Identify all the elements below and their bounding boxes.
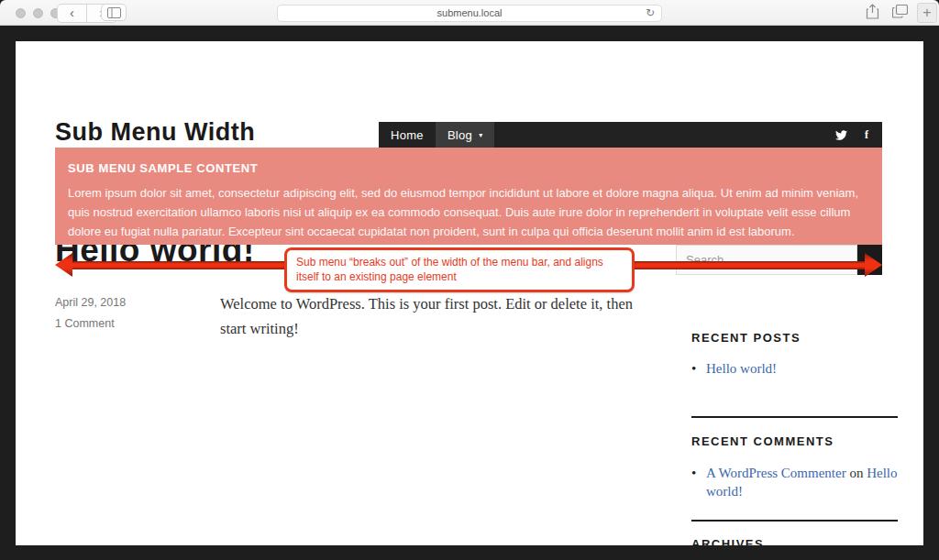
- window-controls: [16, 8, 61, 18]
- close-window-button[interactable]: [16, 8, 26, 18]
- archives-heading: ARCHIVES: [691, 537, 764, 545]
- twitter-icon[interactable]: [835, 130, 847, 140]
- recent-comments-heading: RECENT COMMENTS: [691, 434, 834, 448]
- list-item: Hello world!: [691, 359, 777, 378]
- annotation-callout: Sub menu “breaks out” of the width of th…: [284, 247, 635, 292]
- recent-comments-list: A WordPress Commenter on Hello world!: [691, 464, 923, 500]
- new-tab-button[interactable]: +: [917, 3, 937, 23]
- nav-item-home[interactable]: Home: [379, 122, 436, 148]
- post-date[interactable]: April 29, 2018: [55, 296, 126, 309]
- browser-toolbar: ‹ › submenu.local ↻ +: [0, 0, 939, 26]
- back-button[interactable]: ‹: [58, 5, 87, 22]
- facebook-icon[interactable]: f: [865, 128, 868, 142]
- submenu-body-text: Lorem ipsum dolor sit amet, consectetur …: [68, 183, 869, 241]
- nav-item-blog[interactable]: Blog ▾: [436, 122, 495, 148]
- post-comment-count[interactable]: 1 Comment: [55, 317, 115, 330]
- toolbar-right-group: [866, 4, 908, 19]
- chevron-down-icon: ▾: [479, 131, 482, 139]
- sidebar-divider: [691, 520, 898, 522]
- comment-author-link[interactable]: A WordPress Commenter: [706, 466, 846, 480]
- sidebar-toggle-button[interactable]: [101, 4, 127, 21]
- webpage: Sub Menu Width Home Blog ▾ f SUB MENU SA…: [16, 41, 923, 545]
- browser-viewport: Sub Menu Width Home Blog ▾ f SUB MENU SA…: [0, 26, 939, 560]
- tab-overview-icon[interactable]: [892, 5, 908, 18]
- share-icon[interactable]: [866, 4, 879, 19]
- main-nav-bar: Home Blog ▾ f: [379, 122, 882, 148]
- plus-icon: +: [922, 5, 931, 20]
- recent-post-link[interactable]: Hello world!: [706, 361, 777, 376]
- recent-posts-heading: RECENT POSTS: [691, 331, 801, 345]
- list-item: A WordPress Commenter on Hello world!: [691, 464, 923, 500]
- address-bar[interactable]: submenu.local ↻: [277, 5, 662, 22]
- back-icon: ‹: [70, 5, 74, 20]
- submenu-breakout-panel: SUB MENU SAMPLE CONTENT Lorem ipsum dolo…: [55, 148, 882, 245]
- reload-icon[interactable]: ↻: [646, 5, 655, 21]
- annotation-text: Sub menu “breaks out” of the width of th…: [296, 256, 603, 283]
- submenu-heading: SUB MENU SAMPLE CONTENT: [68, 161, 869, 175]
- url-text: submenu.local: [437, 7, 503, 18]
- social-links: f: [835, 122, 882, 148]
- recent-posts-list: Hello world!: [691, 359, 777, 378]
- sidebar-divider: [691, 416, 898, 418]
- browser-window: ‹ › submenu.local ↻ + Sub Menu Width Hom…: [0, 0, 939, 560]
- sidebar-icon: [107, 7, 121, 18]
- nav-spacer: [494, 122, 835, 148]
- nav-blog-label: Blog: [447, 128, 472, 142]
- site-title[interactable]: Sub Menu Width: [55, 118, 255, 147]
- post-body-text: Welcome to WordPress. This is your first…: [220, 291, 649, 341]
- nav-home-label: Home: [391, 128, 424, 142]
- comment-on-text: on: [846, 466, 867, 480]
- minimize-window-button[interactable]: [33, 8, 43, 18]
